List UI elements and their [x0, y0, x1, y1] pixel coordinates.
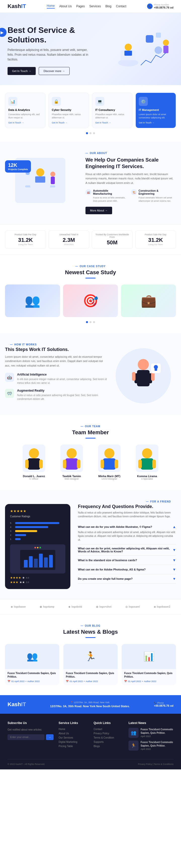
navbar: KashHomeIT Home About Us Pages Services …	[0, 0, 181, 13]
service-icon-2: 💻	[95, 97, 104, 106]
stat-value-1: 2.3M	[51, 237, 87, 243]
footer-subscribe-col: Subscribe Us Get notified about new arti…	[7, 721, 54, 753]
nav-contact[interactable]: Contact	[116, 4, 126, 8]
nav-home[interactable]: Home	[47, 4, 55, 8]
nav-services[interactable]: Services	[89, 4, 101, 8]
svg-rect-31	[39, 460, 43, 468]
faq-arrow-0: ▲	[173, 525, 176, 529]
nav-blog[interactable]: Blog	[105, 4, 111, 8]
rating-stars: ★★★★★	[10, 509, 66, 513]
how-it-works-section: HOW IT WORKS This Steps Work IT Solution…	[0, 333, 181, 415]
service-card-3[interactable]: ⚙️ IT Management Lorem ipsum dolor sit a…	[135, 93, 176, 128]
footer-subscribe-title: Subscribe Us	[7, 721, 54, 725]
faq-item-1[interactable]: What can we do for print, newsletter adi…	[78, 545, 176, 556]
service-card-2[interactable]: 💻 IT Consultancy Phasellus neque nibh, v…	[92, 93, 132, 128]
footer-subscribe-button[interactable]: →	[46, 734, 54, 740]
service-link-0[interactable]: Get In Touch →	[8, 121, 42, 124]
stat-item-3: Product Sale Per Day 31.2K Living Our Te…	[135, 230, 176, 249]
how-title: This Steps Work IT Solutions.	[5, 347, 108, 352]
footer-quick-link-0[interactable]: Contact	[94, 728, 124, 731]
faq-question-1[interactable]: What can we do for print, newsletter adi…	[78, 547, 176, 553]
faq-question-0[interactable]: What can we do for you with Adobe Illust…	[78, 525, 176, 529]
step-text-0: Artificial Intelligence In elit duis pos…	[17, 373, 108, 385]
dot-3[interactable]	[93, 132, 95, 134]
rating-bar-1: 4	[10, 526, 66, 528]
footer-quick-link-1[interactable]: Privacy Policy	[94, 732, 124, 735]
service-card-0[interactable]: 📊 Data & Analytics Consectetur adipiscin…	[5, 93, 46, 128]
team-role-3: A Specialist	[131, 478, 163, 480]
faq-item-4[interactable]: Do you create one single full home page?…	[78, 574, 176, 584]
footer-service-link-0[interactable]: Home	[58, 728, 88, 731]
team-role-1: Web Designer	[55, 478, 88, 480]
about-image-area: 12K Projects Complete	[7, 158, 78, 208]
dot-2[interactable]	[89, 132, 92, 134]
bar-fill-4	[15, 538, 21, 540]
team-name-3: Komma Lirama	[131, 475, 163, 478]
faq-item-3[interactable]: What can we do for Adobe Photoshop, AS &…	[78, 565, 176, 574]
faq-item-2[interactable]: What is the standard size of business ca…	[78, 556, 176, 565]
svg-rect-34	[63, 460, 67, 468]
stat-item-0: Product Sale Per Day 31.2K Living Our Te…	[5, 230, 46, 249]
step-title-0: Artificial Intelligence	[17, 373, 108, 376]
about-more-button[interactable]: More About →	[85, 207, 112, 214]
stat-label-0: Product Sale Per Day	[8, 233, 43, 236]
faq-label: FOR A FRIEND	[5, 500, 171, 503]
discover-more-button[interactable]: Discover more →	[39, 67, 70, 75]
case-dot-2[interactable]	[89, 321, 92, 323]
case-dot-3[interactable]	[93, 321, 95, 323]
feature-desc-0: Fusce eu eros et felis venenatis, Duis p…	[85, 196, 128, 203]
service-card-1[interactable]: 🔒 Cyber Security Phasellus neque nibh, v…	[49, 93, 89, 128]
how-step-1: 🥽 Augmented Reality Nulla ut netus ut od…	[5, 389, 108, 401]
service-link-3[interactable]: Get In Touch →	[139, 121, 173, 124]
about-content: OUR ABOUT We Help Our Companies Scale En…	[85, 152, 174, 214]
nav-about[interactable]: About Us	[59, 4, 72, 8]
svg-rect-41	[141, 458, 153, 470]
case-study-grid: 👥 🎯 💼	[5, 284, 176, 317]
svg-rect-48	[34, 559, 38, 567]
case-dot-1[interactable]	[86, 321, 88, 323]
logo-5: ◈logobaser2	[154, 605, 170, 608]
footer-grid: Subscribe Us Get notified about new arti…	[7, 721, 174, 753]
logo-4: ◎logosaml	[125, 605, 140, 608]
get-in-touch-button[interactable]: Get In Touch →	[7, 67, 36, 75]
footer-quick-links-title: Quick Links	[94, 721, 124, 725]
footer-service-link-1[interactable]: About Us	[58, 732, 88, 735]
svg-rect-37	[103, 458, 115, 470]
footer-privacy: Privacy Policy | Terms & Conditions	[138, 763, 174, 765]
case-study-section: OUR CASE STUDY Newest Case Study 👥 🎯 💼	[0, 255, 181, 333]
svg-rect-46	[24, 560, 28, 567]
faq-question-2[interactable]: What is the standard size of business ca…	[78, 558, 176, 562]
faq-arrow-3: ▼	[173, 567, 176, 571]
footer-service-link-3[interactable]: Digital Marketing	[58, 741, 88, 743]
footer-quick-link-4[interactable]: Blogs	[94, 745, 124, 748]
service-link-1[interactable]: Get In Touch →	[52, 121, 86, 124]
hero-text: Best Of Service & Solutions. Pellentesqu…	[7, 25, 93, 75]
blog-card-1[interactable]: 🏃 Fusce Tincidunt Commodo Sapien, Quis P…	[63, 644, 118, 685]
nav-pages[interactable]: Pages	[76, 4, 85, 8]
footer-phone: +00.0876.76 od	[154, 704, 174, 707]
blog-card-2[interactable]: 📊 Fusce Tincidunt Commodo Sapien, Quis P…	[122, 644, 176, 685]
case-card-1[interactable]: 🎯	[63, 284, 118, 317]
footer-service-link-2[interactable]: Our Services	[58, 736, 88, 739]
footer-email-input[interactable]	[7, 734, 45, 740]
how-image	[115, 348, 176, 403]
footer-quick-link-3[interactable]: Supports	[94, 741, 124, 743]
faq-question-3[interactable]: What can we do for Adobe Photoshop, AS &…	[78, 567, 176, 571]
blog-card-0[interactable]: 👥 Fusce Tincidunt Commodo Sapien, Quis P…	[5, 644, 59, 685]
case-img-2: 💼	[121, 284, 176, 317]
hero-title: Best Of Service & Solutions.	[7, 25, 93, 45]
faq-question-4[interactable]: Do you create one single full home page?…	[78, 577, 176, 581]
how-step-0: 🤖 Artificial Intelligence In elit duis p…	[5, 373, 108, 385]
blog-title-2: Fusce Tincidunt Commodo Sapien, Quis Pri…	[124, 672, 174, 679]
case-card-2[interactable]: 💼	[121, 284, 176, 317]
dot-1[interactable]	[86, 132, 88, 134]
footer-quick-link-2[interactable]: Terms & Condition	[94, 736, 124, 739]
footer-service-link-4[interactable]: Pricing Table	[58, 745, 88, 748]
service-link-2[interactable]: Get In Touch →	[95, 121, 129, 124]
case-card-0[interactable]: 👥	[5, 284, 60, 317]
svg-rect-38	[101, 460, 104, 468]
footer-blog-img-0: 👥	[128, 728, 138, 738]
faq-items: What can we do for you with Adobe Illust…	[78, 522, 176, 584]
hero-buttons: Get In Touch → Discover more →	[7, 67, 93, 75]
faq-item-0[interactable]: What can we do for you with Adobe Illust…	[78, 522, 176, 545]
